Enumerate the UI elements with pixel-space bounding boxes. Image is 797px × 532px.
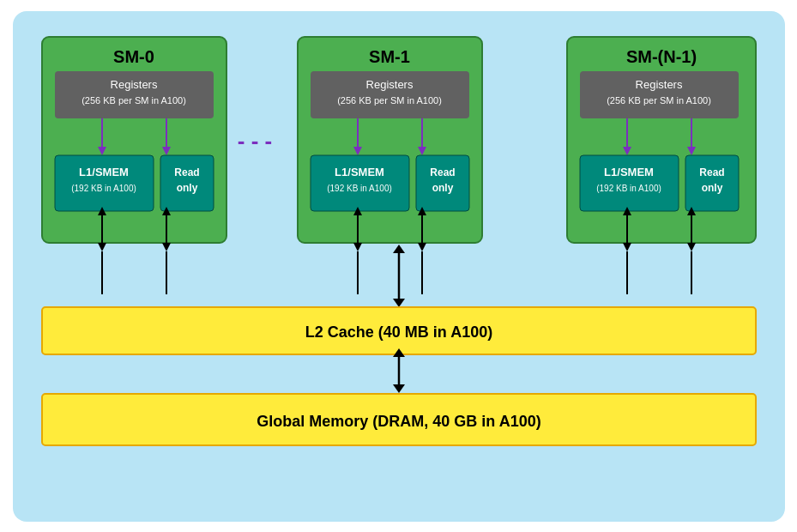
smN1-l1smem-detail: (192 KB in A100): [596, 184, 661, 193]
svg-marker-44: [687, 243, 696, 251]
svg-rect-0: [42, 37, 226, 243]
svg-marker-53: [393, 245, 405, 253]
svg-rect-30: [567, 37, 756, 243]
sm1-l1smem-detail: (192 KB in A100): [327, 184, 392, 193]
main-diagram: SM-0 Registers (256 KB per SM in A100) L…: [13, 11, 785, 522]
svg-marker-56: [393, 384, 405, 393]
smN1-readonly-label: Read: [699, 166, 724, 178]
svg-marker-14: [162, 243, 171, 251]
sm0-registers-detail: (256 KB per SM in A100): [82, 95, 186, 106]
sm0-l1smem-label: L1/SMEM: [79, 166, 129, 178]
svg-marker-26: [353, 243, 362, 251]
sm1-l1smem-label: L1/SMEM: [335, 166, 384, 178]
smN1-registers-detail: (256 KB per SM in A100): [607, 95, 711, 106]
sm1-registers-detail: (256 KB per SM in A100): [337, 95, 442, 106]
svg-text:only: only: [176, 182, 197, 194]
sm0-registers-label: Registers: [110, 78, 157, 91]
smN1-title: SM-(N-1): [625, 47, 696, 66]
sm1-readonly-label: Read: [430, 166, 455, 178]
svg-text:only: only: [432, 182, 453, 194]
sm1-registers-label: Registers: [365, 78, 413, 91]
svg-marker-29: [418, 243, 426, 251]
sm1-title: SM-1: [369, 47, 410, 66]
sm0-readonly-label: Read: [174, 166, 199, 178]
dots-separator: - - -: [237, 128, 271, 154]
sm0-title: SM-0: [113, 47, 154, 66]
svg-text:only: only: [701, 182, 722, 194]
svg-marker-11: [98, 243, 106, 251]
svg-rect-15: [298, 37, 482, 243]
sm0-l1smem-detail: (192 KB in A100): [71, 184, 136, 193]
l2-cache-label: L2 Cache (40 MB in A100): [305, 323, 492, 341]
svg-marker-41: [623, 243, 631, 251]
svg-marker-52: [393, 299, 405, 307]
smN1-l1smem-label: L1/SMEM: [604, 166, 654, 178]
architecture-diagram: SM-0 Registers (256 KB per SM in A100) L…: [33, 28, 764, 505]
global-memory-label: Global Memory (DRAM, 40 GB in A100): [257, 413, 540, 430]
smN1-registers-label: Registers: [635, 78, 682, 91]
